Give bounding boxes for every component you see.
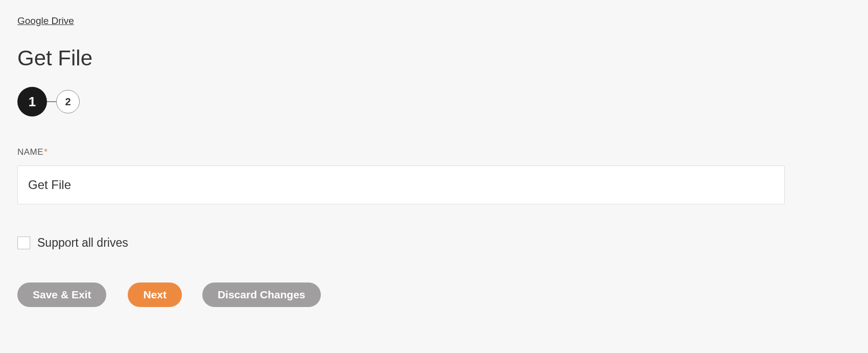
page-title: Get File	[17, 46, 851, 70]
name-label: NAME*	[17, 147, 851, 157]
save-exit-button[interactable]: Save & Exit	[17, 283, 106, 307]
step-connector	[47, 101, 56, 102]
button-row: Save & Exit Next Discard Changes	[17, 283, 851, 307]
stepper: 1 2	[17, 87, 851, 116]
breadcrumb-link[interactable]: Google Drive	[17, 15, 74, 27]
discard-changes-button[interactable]: Discard Changes	[202, 283, 321, 307]
step-1[interactable]: 1	[17, 87, 47, 116]
support-all-drives-checkbox[interactable]	[17, 237, 30, 249]
required-asterisk-icon: *	[44, 147, 48, 157]
support-all-drives-row: Support all drives	[17, 236, 851, 250]
step-2[interactable]: 2	[56, 90, 80, 113]
support-all-drives-label[interactable]: Support all drives	[37, 236, 128, 250]
name-label-text: NAME	[17, 147, 43, 157]
name-input[interactable]	[17, 166, 785, 204]
name-field-group: NAME*	[17, 147, 851, 204]
next-button[interactable]: Next	[128, 283, 182, 307]
